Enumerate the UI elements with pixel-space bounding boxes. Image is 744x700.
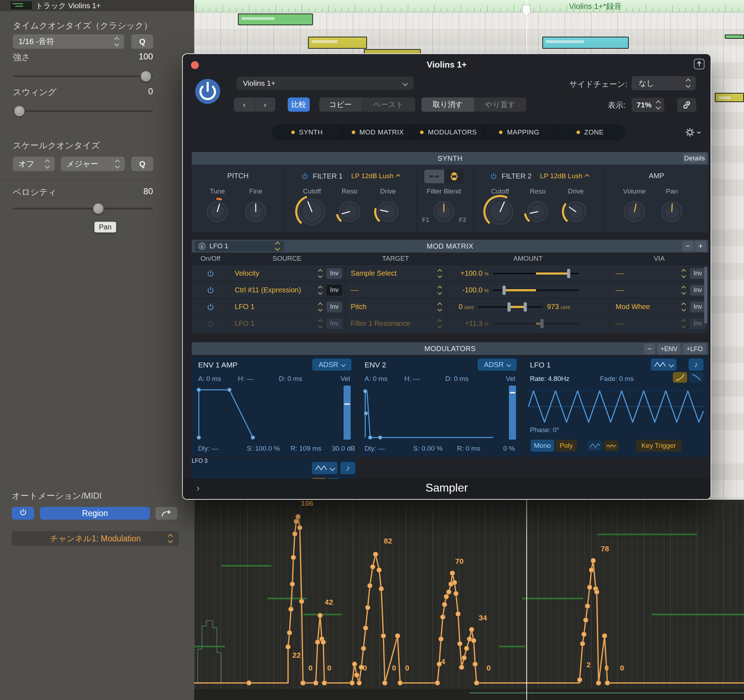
- plugin-power-button[interactable]: [195, 78, 221, 104]
- lfo1-wave-mode-b-button[interactable]: [604, 440, 619, 451]
- compare-button[interactable]: 比較: [288, 97, 310, 112]
- target-value[interactable]: Pitch: [351, 303, 366, 311]
- on-off-cell[interactable]: [192, 315, 229, 332]
- tab-zone[interactable]: ZONE: [555, 124, 625, 140]
- knob-filter-blend[interactable]: [430, 198, 458, 225]
- midi-note[interactable]: [725, 34, 744, 39]
- lfo1-phase[interactable]: Phase: 0°: [530, 426, 559, 434]
- source-value[interactable]: LFO 1: [235, 319, 254, 328]
- redo-button[interactable]: やり直す: [474, 97, 526, 112]
- remove-modulator-button[interactable]: −: [644, 344, 655, 354]
- amount-slider[interactable]: [491, 268, 580, 280]
- env2-delay[interactable]: Dly: —: [365, 445, 385, 453]
- timeline-ruler[interactable]: Violins 1+*録音: [194, 0, 744, 12]
- serial-routing-button[interactable]: [424, 170, 444, 183]
- lfo1-fade-in-button[interactable]: [673, 372, 687, 383]
- amount-value[interactable]: -100.0%: [446, 286, 489, 294]
- velocity-slider-knob[interactable]: [93, 204, 104, 214]
- source-value[interactable]: LFO 1: [235, 303, 254, 311]
- invert-source-button[interactable]: Inv: [326, 318, 342, 329]
- env1-vel-slider[interactable]: [344, 386, 351, 439]
- target-value[interactable]: ––: [351, 286, 359, 294]
- automation-region-button[interactable]: Region: [40, 507, 150, 520]
- amount-value[interactable]: +11.3%: [446, 319, 489, 328]
- sidechain-select[interactable]: なし: [632, 76, 696, 90]
- knob-reso[interactable]: [336, 198, 363, 225]
- env2-sustain[interactable]: S: 0.00 %: [413, 445, 442, 453]
- tab-mod-matrix[interactable]: MOD MATRIX: [342, 124, 413, 140]
- via-value[interactable]: ––: [616, 269, 623, 277]
- scrollbar[interactable]: [704, 267, 707, 324]
- env1-hold[interactable]: H: —: [238, 375, 253, 383]
- filter2-type-select[interactable]: LP 12dB Lush: [540, 172, 589, 180]
- mod-source-selector[interactable]: LFO 1: [195, 241, 284, 252]
- via-value[interactable]: Mod Whee: [616, 303, 650, 311]
- source-value[interactable]: Ctrl #11 (Expression): [235, 286, 301, 294]
- knob-tune[interactable]: [204, 198, 231, 225]
- lfo1-fade-out-button[interactable]: [689, 372, 704, 383]
- lfo3-waveform-select[interactable]: [312, 462, 338, 474]
- env2-vel-amount[interactable]: 0 %: [503, 445, 515, 453]
- scale-root-select[interactable]: オフ: [13, 157, 55, 171]
- env1-delay[interactable]: Dly: —: [198, 445, 218, 453]
- filter1-type-select[interactable]: LP 12dB Lush: [351, 172, 400, 180]
- add-env-button[interactable]: +ENV: [657, 344, 681, 354]
- time-quantize-apply-button[interactable]: Q: [131, 34, 153, 49]
- zoom-stepper[interactable]: 71%: [632, 98, 664, 112]
- add-lfo-button[interactable]: +LFO: [683, 344, 706, 354]
- velocity-slider[interactable]: [13, 208, 153, 210]
- automation-lane[interactable]: 2210604200820047034027800: [194, 500, 744, 700]
- invert-via-button[interactable]: Inv: [690, 302, 705, 312]
- tab-synth[interactable]: SYNTH: [272, 124, 342, 140]
- invert-via-button[interactable]: Inv: [690, 268, 705, 279]
- lfo1-rate[interactable]: Rate: 4.80Hz: [530, 375, 569, 383]
- target-value[interactable]: Sample Select: [351, 269, 397, 277]
- invert-source-button[interactable]: Inv: [326, 302, 342, 312]
- playhead-line[interactable]: [526, 0, 527, 54]
- invert-source-button[interactable]: Inv: [326, 285, 342, 296]
- link-button[interactable]: [677, 98, 696, 112]
- lfo1-sync-note-button[interactable]: ♪: [689, 359, 704, 371]
- env1-sustain[interactable]: S: 100.0 %: [247, 445, 280, 453]
- amount-slider[interactable]: [476, 301, 544, 313]
- env2-vel-slider[interactable]: [509, 386, 516, 439]
- knob-reso[interactable]: [524, 198, 552, 225]
- strength-slider[interactable]: [13, 75, 153, 77]
- env2-hold[interactable]: H: —: [404, 375, 420, 383]
- automation-route-button[interactable]: [155, 507, 177, 520]
- remove-row-button[interactable]: −: [682, 241, 693, 252]
- lfo1-mono-button[interactable]: Mono: [531, 439, 554, 452]
- knob-pan[interactable]: [658, 198, 686, 225]
- scale-mode-select[interactable]: メジャー: [61, 157, 125, 171]
- copy-button[interactable]: コピー: [319, 97, 361, 112]
- strength-slider-knob[interactable]: [141, 71, 151, 82]
- amount-value[interactable]: +100.0%: [446, 269, 489, 277]
- knob-fine[interactable]: [242, 198, 269, 225]
- amount-value[interactable]: 0cent: [446, 303, 474, 311]
- on-off-cell[interactable]: [192, 282, 229, 298]
- add-row-button[interactable]: +: [695, 241, 706, 252]
- lfo1-wave-mode-a-button[interactable]: [588, 440, 603, 451]
- invert-source-button[interactable]: Inv: [326, 268, 342, 279]
- amount-max-value[interactable]: 973cent: [547, 303, 570, 311]
- target-value[interactable]: Filter 1 Resonance: [351, 319, 411, 328]
- knob-drive[interactable]: [562, 198, 590, 225]
- paste-button[interactable]: ペースト: [361, 97, 415, 112]
- lfo1-key-trigger-button[interactable]: Key Trigger: [636, 439, 682, 452]
- automation-power-button[interactable]: [12, 507, 34, 520]
- env2-release[interactable]: R: 0 ms: [457, 445, 480, 453]
- env2-graph[interactable]: [362, 385, 501, 441]
- knob-drive[interactable]: [374, 198, 402, 225]
- midi-note[interactable]: [308, 37, 367, 49]
- invert-via-button[interactable]: Inv: [690, 318, 705, 329]
- env1-attack[interactable]: A: 0 ms: [198, 375, 221, 383]
- env1-graph[interactable]: [195, 385, 336, 441]
- env1-release[interactable]: R: 109 ms: [290, 445, 321, 453]
- lfo1-waveform-select[interactable]: [651, 359, 676, 371]
- tab-mapping[interactable]: MAPPING: [484, 124, 555, 140]
- settings-gear-button[interactable]: [683, 127, 702, 138]
- prev-preset-button[interactable]: ‹: [234, 97, 255, 112]
- knob-cutoff[interactable]: [295, 195, 329, 229]
- preset-select[interactable]: Violins 1+: [237, 76, 414, 90]
- source-value[interactable]: Velocity: [235, 269, 259, 277]
